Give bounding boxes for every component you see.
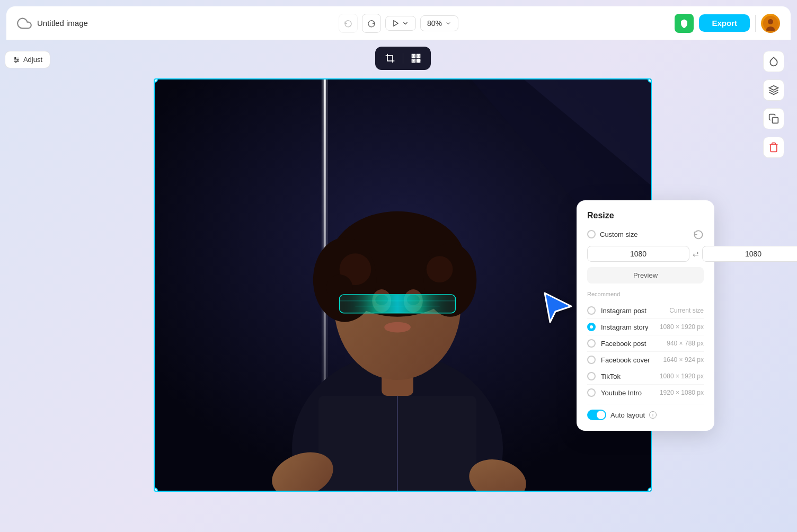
refresh-icon[interactable] [693, 229, 704, 240]
delete-button[interactable] [763, 137, 784, 158]
svg-point-39 [384, 322, 411, 333]
canvas-area: Resize Custom size ⇄ px [49, 47, 757, 526]
header-divider [755, 15, 756, 32]
redo-button[interactable] [362, 14, 381, 33]
shield-icon[interactable] [675, 14, 694, 33]
svg-rect-19 [417, 61, 418, 63]
resize-option-youtube-intro[interactable]: Youtube Intro 1920 × 1080 px [587, 385, 704, 401]
export-button[interactable]: Export [699, 14, 750, 32]
handle-bottom-right[interactable] [648, 487, 652, 492]
left-panel: Adjust [6, 47, 49, 526]
svg-rect-20 [419, 61, 420, 63]
resize-option-instagram-story[interactable]: Instagram story 1080 × 1920 px [587, 319, 704, 335]
qr-icon[interactable] [409, 51, 423, 66]
svg-rect-18 [419, 59, 420, 61]
svg-point-9 [15, 61, 16, 62]
width-input[interactable] [587, 246, 689, 262]
height-input[interactable] [702, 246, 797, 262]
crop-icon[interactable] [383, 51, 397, 66]
svg-marker-0 [394, 20, 398, 26]
facebook-post-radio[interactable] [587, 339, 596, 348]
header-center: 80% [339, 14, 458, 33]
page-title: Untitled image [37, 19, 88, 28]
svg-rect-14 [413, 55, 414, 57]
cloud-icon [17, 16, 32, 31]
tiktok-radio[interactable] [587, 372, 596, 380]
svg-marker-49 [769, 86, 778, 90]
svg-rect-17 [417, 59, 418, 61]
adjust-button[interactable]: Adjust [5, 51, 50, 68]
layers-button[interactable] [763, 79, 784, 101]
right-panel [757, 47, 791, 526]
copy-button[interactable] [763, 108, 784, 129]
facebook-cover-radio[interactable] [587, 356, 596, 364]
svg-rect-50 [773, 118, 778, 123]
resize-option-facebook-cover[interactable]: Facebook cover 1640 × 924 px [587, 352, 704, 368]
avatar[interactable] [761, 14, 780, 33]
header: Untitled image 80% [6, 6, 791, 40]
youtube-intro-radio[interactable] [587, 388, 596, 397]
instagram-post-radio[interactable] [587, 306, 596, 315]
cursor-arrow [539, 288, 577, 327]
toggle-knob [597, 411, 605, 419]
recommend-label: Recommend [587, 291, 704, 297]
resize-options-list: Instagram post Current size Instagram st… [587, 303, 704, 401]
svg-point-8 [17, 59, 18, 60]
header-right: Export [675, 14, 780, 33]
custom-size-radio[interactable] [587, 230, 596, 238]
play-button[interactable] [385, 16, 416, 31]
toolbar-divider [403, 53, 403, 64]
floating-toolbar [375, 47, 431, 70]
zoom-control[interactable]: 80% [420, 15, 458, 31]
main-area: Adjust [0, 40, 797, 532]
size-inputs: ⇄ px [587, 246, 704, 262]
instagram-story-radio[interactable] [587, 323, 596, 331]
info-icon[interactable]: i [649, 411, 657, 419]
svg-rect-10 [387, 56, 393, 61]
auto-layout-row: Auto layout i [587, 404, 704, 420]
swap-icon: ⇄ [693, 250, 699, 258]
svg-point-2 [768, 19, 773, 24]
droplet-button[interactable] [763, 51, 784, 72]
resize-option-facebook-post[interactable]: Facebook post 940 × 788 px [587, 335, 704, 352]
auto-layout-toggle[interactable] [587, 410, 606, 420]
svg-point-7 [14, 57, 15, 58]
svg-rect-41 [340, 295, 456, 313]
resize-option-tiktok[interactable]: TikTok 1080 × 1920 px [587, 368, 704, 385]
svg-marker-48 [545, 293, 571, 322]
resize-option-instagram-post[interactable]: Instagram post Current size [587, 303, 704, 319]
undo-button[interactable] [339, 14, 358, 33]
custom-size-label: Custom size [587, 230, 638, 238]
resize-panel: Resize Custom size ⇄ px [577, 200, 714, 431]
preview-button[interactable]: Preview [587, 267, 704, 283]
svg-rect-16 [413, 60, 414, 61]
svg-point-34 [427, 256, 453, 282]
custom-size-row: Custom size [587, 229, 704, 240]
svg-rect-15 [418, 55, 419, 57]
resize-title: Resize [587, 211, 704, 220]
